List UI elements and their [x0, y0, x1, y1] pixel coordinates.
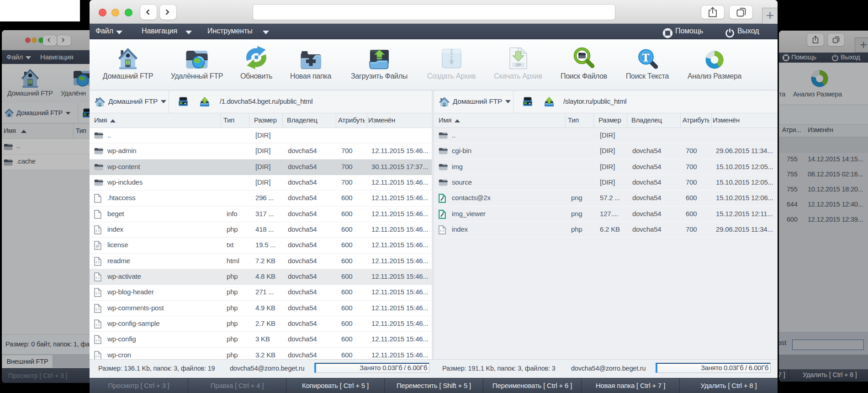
svg-text:ZIP: ZIP: [515, 63, 521, 67]
